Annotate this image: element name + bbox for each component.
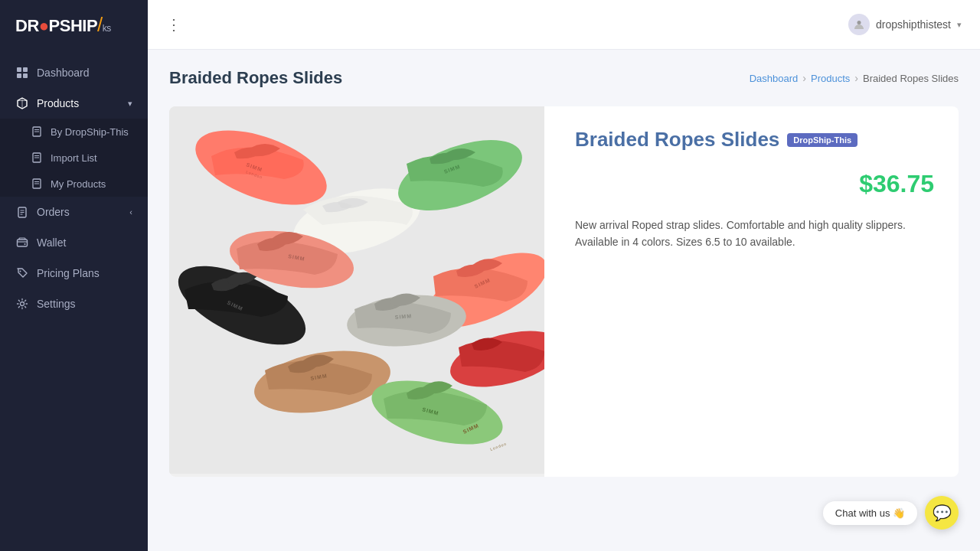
username: dropshipthistest bbox=[876, 18, 951, 31]
product-image: SIMM SIMM SIMM SIMM SIMM SIMM SIMM SIMM … bbox=[169, 106, 544, 474]
breadcrumb-current: Braided Ropes Slides bbox=[863, 73, 959, 84]
chat-label: Chat with us 👋 bbox=[823, 501, 917, 525]
breadcrumb: Dashboard › Products › Braided Ropes Sli… bbox=[750, 72, 959, 84]
box-icon bbox=[15, 96, 29, 110]
svg-rect-3 bbox=[23, 73, 28, 78]
sidebar-item-import-list[interactable]: Import List bbox=[0, 145, 148, 171]
product-price: $36.75 bbox=[575, 170, 934, 198]
chat-widget: Chat with us 👋 💬 bbox=[823, 496, 959, 530]
sidebar-item-products[interactable]: Products ▾ bbox=[0, 88, 148, 119]
dropship-badge: DropShip-This bbox=[787, 133, 858, 147]
product-description: New arrival Roped strap slides. Comforta… bbox=[575, 217, 934, 251]
file-icon bbox=[31, 126, 43, 138]
breadcrumb-sep-2: › bbox=[854, 72, 858, 84]
svg-point-20 bbox=[21, 302, 24, 306]
sidebar-nav: Dashboard Products ▾ bbox=[0, 50, 148, 551]
product-image-section: SIMM SIMM SIMM SIMM SIMM SIMM SIMM SIMM … bbox=[169, 106, 544, 477]
breadcrumb-dashboard[interactable]: Dashboard bbox=[750, 73, 799, 84]
products-submenu: By DropShip-This Import List bbox=[0, 119, 148, 197]
gear-icon bbox=[15, 297, 29, 311]
header: ⋮ dropshipthistest ▾ bbox=[148, 0, 980, 50]
page-title: Braided Ropes Slides bbox=[169, 68, 342, 88]
by-dropship-this-label: By DropShip-This bbox=[51, 126, 129, 138]
chat-icon: 💬 bbox=[933, 504, 952, 522]
svg-point-21 bbox=[857, 21, 861, 24]
grid-icon bbox=[15, 66, 29, 80]
my-products-icon bbox=[31, 178, 43, 190]
sidebar-item-settings[interactable]: Settings bbox=[0, 289, 148, 319]
svg-point-18 bbox=[24, 243, 26, 245]
tag-icon bbox=[15, 266, 29, 280]
sidebar-item-pricing-plans-label: Pricing Plans bbox=[37, 267, 100, 279]
menu-icon[interactable]: ⋮ bbox=[166, 15, 181, 34]
chat-button[interactable]: 💬 bbox=[925, 496, 959, 530]
sidebar-item-dashboard[interactable]: Dashboard bbox=[0, 57, 148, 88]
svg-rect-0 bbox=[17, 67, 21, 72]
my-products-label: My Products bbox=[51, 178, 106, 190]
logo[interactable]: DR●PSHIP/ks bbox=[0, 0, 148, 50]
product-name-row: Braided Ropes Slides DropShip-This bbox=[575, 128, 934, 152]
svg-rect-2 bbox=[17, 73, 21, 78]
svg-rect-17 bbox=[18, 240, 28, 246]
sidebar-item-dashboard-label: Dashboard bbox=[37, 67, 90, 79]
main-content: ⋮ dropshipthistest ▾ Braided Ropes Slide… bbox=[148, 0, 980, 551]
svg-rect-1 bbox=[23, 67, 28, 72]
product-details: Braided Ropes Slides DropShip-This $36.7… bbox=[569, 106, 959, 477]
svg-point-19 bbox=[20, 271, 21, 272]
avatar bbox=[848, 14, 870, 35]
content-area: Braided Ropes Slides Dashboard › Product… bbox=[148, 50, 980, 551]
import-list-label: Import List bbox=[51, 152, 97, 164]
wallet-icon bbox=[15, 236, 29, 249]
sidebar-item-by-dropship-this[interactable]: By DropShip-This bbox=[0, 119, 148, 145]
sidebar-item-wallet[interactable]: Wallet bbox=[0, 227, 148, 258]
chevron-down-icon: ▾ bbox=[957, 20, 962, 30]
chevron-left-icon: ‹ bbox=[129, 207, 132, 217]
sidebar: DR●PSHIP/ks Dashboard bbox=[0, 0, 148, 551]
sidebar-item-wallet-label: Wallet bbox=[37, 236, 66, 249]
page-header: Braided Ropes Slides Dashboard › Product… bbox=[169, 68, 959, 88]
sidebar-item-pricing-plans[interactable]: Pricing Plans bbox=[0, 258, 148, 289]
chevron-down-icon: ▾ bbox=[128, 99, 132, 109]
breadcrumb-products[interactable]: Products bbox=[811, 73, 850, 84]
sidebar-item-orders[interactable]: Orders ‹ bbox=[0, 197, 148, 227]
sidebar-item-settings-label: Settings bbox=[37, 298, 76, 310]
import-icon bbox=[31, 152, 43, 164]
breadcrumb-sep-1: › bbox=[802, 72, 806, 84]
clipboard-icon bbox=[15, 205, 29, 219]
product-name: Braided Ropes Slides bbox=[575, 128, 779, 152]
product-container: SIMM SIMM SIMM SIMM SIMM SIMM SIMM SIMM … bbox=[169, 106, 959, 477]
sidebar-item-my-products[interactable]: My Products bbox=[0, 171, 148, 197]
sidebar-item-products-label: Products bbox=[37, 97, 79, 109]
sidebar-item-orders-label: Orders bbox=[37, 206, 70, 218]
user-menu[interactable]: dropshipthistest ▾ bbox=[848, 14, 962, 35]
